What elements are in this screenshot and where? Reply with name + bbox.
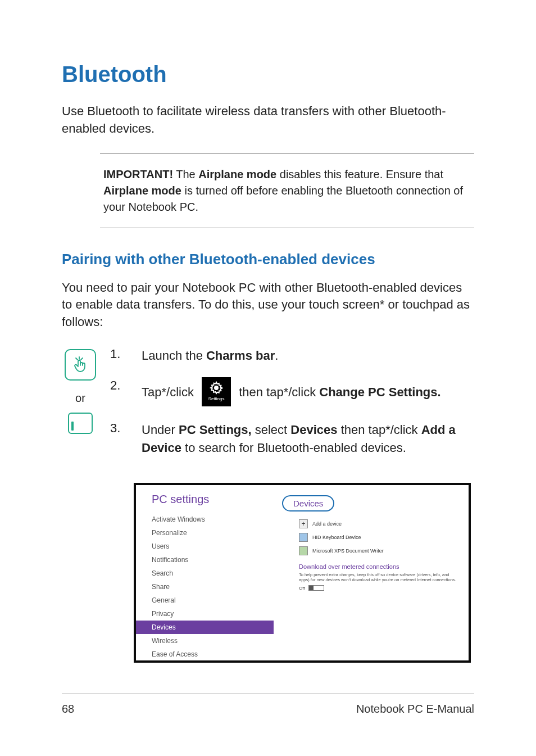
svg-line-0 xyxy=(76,358,78,360)
printer-icon xyxy=(299,546,308,555)
ss-add-label: Add a device xyxy=(312,521,342,527)
ss-sidebar-item: Activate Windows xyxy=(152,513,274,526)
ss-metered-title: Download over metered connections xyxy=(282,563,458,570)
svg-line-2 xyxy=(81,358,83,360)
ss-sidebar-item: General xyxy=(152,594,274,607)
step-1-text-c: . xyxy=(275,348,278,363)
step-3-bold-b: PC Settings, xyxy=(179,423,252,437)
step-2-text-b: then tap*/click xyxy=(239,385,319,399)
step-3-text-c: select xyxy=(252,423,291,437)
svg-point-3 xyxy=(214,386,219,390)
important-bold-b: Airplane mode xyxy=(103,184,181,197)
ss-heading: PC settings xyxy=(152,493,274,506)
input-method-icons: or xyxy=(62,347,99,434)
settings-charm-icon: Settings xyxy=(202,377,231,406)
ss-add-device-row: + Add a device xyxy=(282,519,458,528)
ss-sidebar-item: Privacy xyxy=(152,607,274,621)
or-label: or xyxy=(75,392,85,405)
plus-icon: + xyxy=(299,519,308,528)
ss-sidebar-item: Devices xyxy=(136,621,274,634)
pc-settings-screenshot: PC settings Activate WindowsPersonalizeU… xyxy=(134,483,471,663)
important-bold-a: Airplane mode xyxy=(198,168,276,180)
ss-sidebar-item: Ease of Access xyxy=(152,648,274,661)
ss-device-1-label: HID Keyboard Device xyxy=(312,535,361,540)
touch-icon xyxy=(65,349,96,381)
ss-sidebar-item: Personalize xyxy=(152,526,274,540)
footer-title: Notebook PC E-Manual xyxy=(356,703,474,716)
ss-device-1: HID Keyboard Device xyxy=(282,533,458,542)
step-1-bold: Charms bar xyxy=(206,348,275,363)
step-3-text-e: then tap*/click xyxy=(338,423,421,437)
page-number: 68 xyxy=(62,703,74,716)
ss-toggle-label: Off xyxy=(299,586,305,591)
start-tile-icon xyxy=(68,413,93,434)
ss-sidebar-item: Wireless xyxy=(152,634,274,648)
settings-charm-label: Settings xyxy=(208,396,225,402)
ss-sidebar-item: Search xyxy=(152,567,274,580)
step-2-text-a: Tap*/click xyxy=(142,385,197,399)
important-text-1: The xyxy=(173,168,198,180)
section-heading: Pairing with other Bluetooth-enabled dev… xyxy=(62,251,474,268)
ss-metered-desc: To help prevent extra charges, keep this… xyxy=(282,572,458,583)
step-3-text-a: Under xyxy=(142,423,179,437)
page-title: Bluetooth xyxy=(62,62,474,87)
intro-paragraph: Use Bluetooth to facilitate wireless dat… xyxy=(62,103,474,138)
ss-device-2-label: Microsoft XPS Document Writer xyxy=(312,548,384,554)
step-2-bold: Change PC Settings. xyxy=(319,385,440,399)
step-1-text-a: Launch the xyxy=(142,348,206,363)
ss-toggle xyxy=(308,585,324,591)
step-3-bold-d: Devices xyxy=(290,423,337,437)
step-1-number: 1. xyxy=(110,347,127,365)
ss-sidebar-item: Users xyxy=(152,540,274,553)
important-note: IMPORTANT! The Airplane mode disables th… xyxy=(100,153,474,228)
important-text-2: disables this feature. Ensure that xyxy=(276,168,443,180)
ss-sidebar-item: Share xyxy=(152,580,274,594)
step-3-text-g: to search for Bluetooth-enabled devices. xyxy=(181,441,406,455)
keyboard-icon xyxy=(299,533,308,542)
important-label: IMPORTANT! xyxy=(103,168,173,180)
pairing-paragraph: You need to pair your Notebook PC with o… xyxy=(62,279,474,331)
ss-device-2: Microsoft XPS Document Writer xyxy=(282,546,458,555)
ss-sidebar-item: Notifications xyxy=(152,553,274,567)
ss-devices-title: Devices xyxy=(282,495,334,511)
step-2-number: 2. xyxy=(110,378,127,408)
step-3-number: 3. xyxy=(110,421,127,457)
